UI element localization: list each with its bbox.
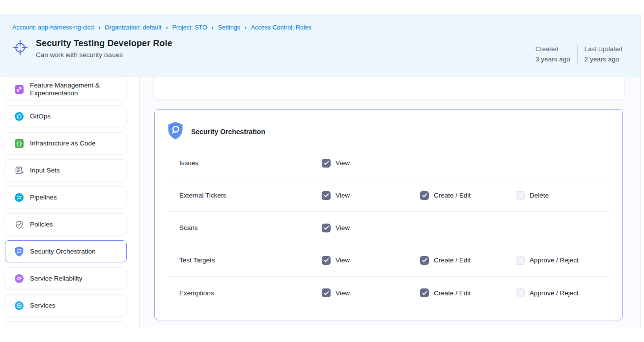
- permission-label: View: [336, 224, 350, 231]
- breadcrumb-separator: ›: [212, 24, 214, 31]
- sidebar-item-gitops[interactable]: GitOps: [5, 105, 127, 127]
- permission-label: View: [336, 159, 350, 167]
- main-panel: Security Orchestration IssuesViewExterna…: [140, 77, 640, 328]
- fme-icon: [14, 85, 24, 95]
- sidebar-item-label: Service Reliability: [30, 275, 83, 283]
- sidebar-item-feature-management-experimentation[interactable]: Feature Management & Experimentation: [5, 79, 127, 100]
- sidebar-item-input-sets[interactable]: Input Sets: [5, 159, 127, 181]
- breadcrumb: Account: app-harness-ng-cicd›Organizatio…: [12, 14, 640, 31]
- sidebar-item-infrastructure-as-code[interactable]: {}Infrastructure as Code: [5, 132, 127, 154]
- sidebar-item-label: Infrastructure as Code: [30, 140, 96, 147]
- policies-icon: [14, 219, 24, 229]
- sidebar-item-service-reliability[interactable]: Service Reliability: [5, 267, 127, 289]
- breadcrumb-link-account[interactable]: Account: app-harness-ng-cicd: [12, 24, 94, 31]
- resource-label: Test Targets: [168, 256, 322, 264]
- security-orchestration-card: Security Orchestration IssuesViewExterna…: [154, 109, 623, 320]
- checkbox-view[interactable]: [322, 224, 331, 232]
- permission-row-scans: ScansView: [168, 212, 610, 244]
- breadcrumb-link-access-control[interactable]: Access Control: Roles: [251, 24, 311, 31]
- security-shield-icon: [167, 121, 184, 142]
- pipelines-icon: [14, 192, 24, 202]
- sidebar-item-label: Pipelines: [30, 194, 57, 201]
- permission-approve-reject: Approve / Reject: [516, 288, 610, 297]
- module-sidebar: Feature Management & ExperimentationGitO…: [0, 77, 140, 328]
- permission-create-edit: Create / Edit: [420, 288, 516, 297]
- page-title: Security Testing Developer Role: [36, 38, 172, 49]
- permission-label: View: [336, 256, 350, 264]
- permission-label: View: [336, 192, 350, 199]
- permission-label: Delete: [530, 192, 549, 199]
- breadcrumb-separator: ›: [166, 24, 168, 31]
- checkbox-approve-reject[interactable]: [516, 256, 525, 265]
- permission-label: View: [336, 289, 350, 297]
- role-target-icon: [12, 40, 28, 57]
- resource-label: Exemptions: [168, 289, 322, 297]
- resource-label: Scans: [168, 224, 322, 231]
- checkbox-view[interactable]: [322, 256, 331, 265]
- permission-delete: Delete: [516, 191, 610, 200]
- sidebar-item-pipelines[interactable]: Pipelines: [5, 186, 127, 208]
- permission-label: Create / Edit: [434, 289, 471, 297]
- module-title: Security Orchestration: [191, 128, 265, 136]
- page-subtitle: Can work with security issues: [36, 51, 172, 58]
- permission-approve-reject: Approve / Reject: [516, 256, 610, 265]
- sidebar-item-cut-off[interactable]: [5, 321, 127, 328]
- permission-row-issues: IssuesView: [168, 147, 610, 179]
- last-updated-meta: Last Updated 2 years ago: [585, 45, 622, 63]
- breadcrumb-link-project[interactable]: Project: STO: [172, 24, 207, 31]
- created-value: 3 years ago: [535, 56, 570, 63]
- permission-row-exemptions: ExemptionsViewCreate / EditApprove / Rej…: [168, 277, 610, 309]
- service-reliability-icon: [14, 273, 24, 284]
- meta-divider: [577, 45, 578, 63]
- last-updated-value: 2 years ago: [585, 56, 622, 63]
- checkbox-view[interactable]: [322, 191, 331, 200]
- checkbox-create-edit[interactable]: [420, 191, 429, 200]
- resource-label: External Tickets: [168, 192, 322, 199]
- sidebar-item-label: Input Sets: [30, 167, 60, 174]
- permission-view: View: [322, 224, 420, 232]
- permission-view: View: [322, 288, 420, 297]
- permission-view: View: [322, 256, 420, 265]
- gitops-icon: [14, 111, 24, 121]
- role-meta: Created 3 years ago Last Updated 2 years…: [535, 45, 622, 63]
- services-icon: [14, 300, 24, 311]
- previous-module-card: [153, 77, 625, 100]
- permission-label: Approve / Reject: [530, 256, 579, 264]
- sidebar-item-security-orchestration[interactable]: Security Orchestration: [5, 240, 127, 262]
- breadcrumb-separator: ›: [245, 24, 247, 31]
- checkbox-delete[interactable]: [516, 191, 525, 200]
- content-area: Feature Management & ExperimentationGitO…: [0, 77, 640, 328]
- checkbox-create-edit[interactable]: [420, 288, 429, 297]
- permission-row-test-targets: Test TargetsViewCreate / EditApprove / R…: [168, 244, 610, 277]
- permission-view: View: [322, 159, 420, 168]
- security-shield-icon: [14, 246, 24, 256]
- created-meta: Created 3 years ago: [535, 45, 570, 63]
- sidebar-item-label: Policies: [30, 221, 53, 228]
- sidebar-item-label: GitOps: [30, 113, 51, 120]
- iac-icon: {}: [14, 138, 24, 148]
- resource-label: Issues: [168, 159, 322, 167]
- permission-label: Create / Edit: [434, 192, 471, 199]
- page-header: Account: app-harness-ng-cicd›Organizatio…: [0, 14, 640, 77]
- input-sets-icon: [14, 165, 24, 175]
- svg-text:{}: {}: [16, 141, 22, 146]
- checkbox-view[interactable]: [322, 159, 331, 168]
- last-updated-label: Last Updated: [585, 45, 622, 53]
- permission-rows: IssuesViewExternal TicketsViewCreate / E…: [155, 147, 622, 309]
- sidebar-item-label: Services: [30, 302, 56, 310]
- checkbox-approve-reject[interactable]: [516, 288, 525, 297]
- breadcrumb-link-organization[interactable]: Organization: default: [105, 24, 161, 31]
- checkbox-create-edit[interactable]: [420, 256, 429, 265]
- app-window: Account: app-harness-ng-cicd›Organizatio…: [0, 14, 641, 328]
- created-label: Created: [535, 45, 570, 53]
- permission-create-edit: Create / Edit: [420, 256, 516, 265]
- sidebar-item-services[interactable]: Services: [5, 294, 127, 316]
- checkbox-view[interactable]: [322, 288, 331, 297]
- sidebar-item-label: Feature Management & Experimentation: [30, 82, 126, 97]
- sidebar-item-policies[interactable]: Policies: [5, 213, 127, 235]
- sidebar-item-label: Security Orchestration: [30, 248, 96, 256]
- permission-label: Create / Edit: [434, 256, 471, 264]
- breadcrumb-link-settings[interactable]: Settings: [218, 24, 240, 31]
- permission-label: Approve / Reject: [530, 289, 579, 297]
- permission-view: View: [322, 191, 420, 200]
